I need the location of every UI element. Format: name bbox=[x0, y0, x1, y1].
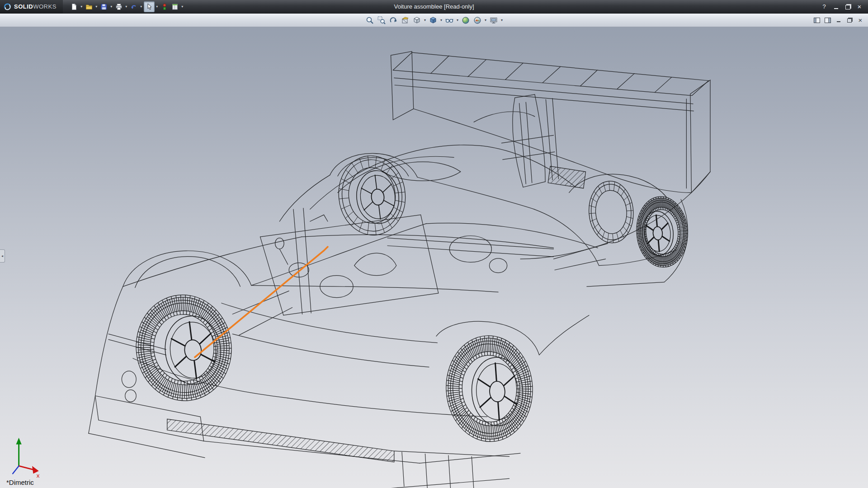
apply-scene-dropdown[interactable]: ▾ bbox=[484, 18, 487, 22]
doc-restore-icon bbox=[847, 19, 852, 23]
undo-icon bbox=[130, 3, 137, 10]
heads-up-view-toolbar: ▾ ▾ ▾ bbox=[364, 15, 504, 26]
zoom-to-fit-icon bbox=[366, 16, 374, 24]
view-settings-icon bbox=[490, 16, 498, 24]
new-document-icon bbox=[71, 3, 78, 10]
open-folder-icon bbox=[85, 3, 93, 10]
hide-show-items-button[interactable] bbox=[444, 15, 455, 26]
main-toolbar: ▾ ▾ ▾ bbox=[69, 1, 184, 12]
solidworks-logo: SOLIDWORKS bbox=[0, 0, 63, 13]
view-orientation-dropdown[interactable]: ▾ bbox=[423, 18, 427, 22]
show-pane-left-button[interactable] bbox=[813, 17, 821, 24]
close-button[interactable]: × bbox=[854, 3, 864, 11]
minimize-icon bbox=[834, 5, 838, 9]
zoom-to-fit-button[interactable] bbox=[364, 15, 375, 26]
orientation-triad: x bbox=[13, 438, 40, 479]
new-document-dropdown[interactable]: ▾ bbox=[80, 5, 84, 9]
file-properties-button[interactable] bbox=[170, 2, 180, 12]
print-icon bbox=[115, 3, 123, 10]
section-view-icon bbox=[401, 16, 409, 24]
new-document-button[interactable] bbox=[69, 2, 79, 12]
save-button[interactable] bbox=[99, 2, 109, 12]
previous-view-icon bbox=[389, 16, 397, 24]
pane-left-icon bbox=[814, 18, 820, 23]
apply-scene-button[interactable] bbox=[472, 15, 483, 26]
brand-text: SOLIDWORKS bbox=[14, 3, 57, 10]
print-dropdown[interactable]: ▾ bbox=[124, 5, 128, 9]
open-dropdown[interactable]: ▾ bbox=[94, 5, 99, 9]
doc-minimize-icon bbox=[837, 18, 840, 22]
solidworks-window: SOLIDWORKS ▾ ▾ bbox=[0, 0, 868, 488]
restore-icon bbox=[845, 5, 850, 9]
wheels-layer bbox=[131, 152, 690, 444]
undo-dropdown[interactable]: ▾ bbox=[139, 5, 143, 9]
selected-edge[interactable] bbox=[195, 247, 328, 357]
select-dropdown[interactable]: ▾ bbox=[155, 5, 159, 9]
file-properties-icon bbox=[171, 3, 179, 10]
view-toolbar-row: ▾ ▾ ▾ bbox=[0, 14, 868, 27]
minimize-button[interactable] bbox=[831, 3, 841, 11]
edit-appearance-button[interactable] bbox=[460, 15, 471, 26]
rear-radiator-hatch bbox=[548, 166, 585, 188]
graphics-viewport[interactable]: x ◂ *Dimetric bbox=[0, 27, 868, 488]
hide-show-glasses-icon bbox=[445, 16, 453, 24]
edit-appearance-ball-icon bbox=[462, 16, 470, 24]
save-dropdown[interactable]: ▾ bbox=[109, 5, 113, 9]
selection-filter-icon bbox=[161, 3, 168, 10]
open-button[interactable] bbox=[84, 2, 94, 12]
pane-right-icon bbox=[825, 18, 831, 23]
display-style-cube-icon bbox=[429, 16, 437, 24]
print-button[interactable] bbox=[114, 2, 124, 12]
save-floppy-icon bbox=[100, 3, 108, 10]
display-style-dropdown[interactable]: ▾ bbox=[439, 18, 443, 22]
doc-close-button[interactable]: × bbox=[856, 17, 864, 24]
triad-x-label: x bbox=[37, 472, 40, 479]
file-properties-dropdown[interactable]: ▾ bbox=[180, 5, 184, 9]
section-view-button[interactable] bbox=[400, 15, 410, 26]
view-settings-dropdown[interactable]: ▾ bbox=[500, 18, 504, 22]
previous-view-button[interactable] bbox=[388, 15, 399, 26]
window-controls: ? × bbox=[819, 3, 868, 11]
show-pane-right-button[interactable] bbox=[824, 17, 832, 24]
document-window-controls: × bbox=[813, 17, 868, 24]
view-orientation-cube-icon bbox=[413, 16, 421, 24]
zoom-to-area-button[interactable] bbox=[376, 15, 387, 26]
undo-button[interactable] bbox=[129, 2, 139, 12]
select-cursor-icon bbox=[146, 3, 153, 10]
view-orientation-button[interactable] bbox=[411, 15, 422, 26]
brand-works: WORKS bbox=[33, 3, 57, 10]
hide-show-items-dropdown[interactable]: ▾ bbox=[456, 18, 459, 22]
apply-scene-ball-icon bbox=[473, 16, 481, 24]
dassault-3ds-logo-icon bbox=[4, 3, 12, 11]
doc-restore-button[interactable] bbox=[845, 17, 854, 24]
select-tool-button[interactable] bbox=[144, 1, 155, 12]
brand-solid: SOLID bbox=[14, 3, 33, 10]
help-button[interactable]: ? bbox=[819, 3, 829, 11]
selection-filter-button[interactable] bbox=[160, 2, 170, 12]
view-settings-button[interactable] bbox=[488, 15, 499, 26]
feature-panel-collapse-tab[interactable]: ◂ bbox=[0, 249, 5, 263]
doc-minimize-button[interactable] bbox=[835, 17, 843, 24]
view-orientation-label: *Dimetric bbox=[6, 479, 34, 486]
zoom-to-area-icon bbox=[377, 16, 386, 24]
restore-button[interactable] bbox=[843, 3, 853, 11]
wireframe-model: x bbox=[0, 27, 868, 488]
title-bar: SOLIDWORKS ▾ ▾ bbox=[0, 0, 868, 14]
display-style-button[interactable] bbox=[428, 15, 439, 26]
